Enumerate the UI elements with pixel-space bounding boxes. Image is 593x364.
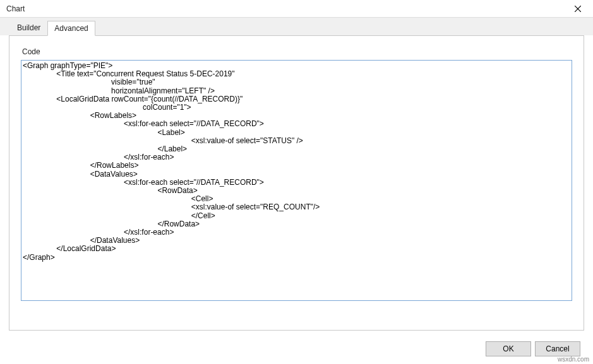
button-row: OK Cancel <box>486 341 580 356</box>
advanced-panel: Code <box>9 35 584 331</box>
code-textarea[interactable] <box>21 60 572 301</box>
title-bar: Chart <box>0 0 593 18</box>
window-title: Chart <box>6 4 25 13</box>
cancel-button[interactable]: Cancel <box>535 341 580 356</box>
ok-button[interactable]: OK <box>486 341 531 356</box>
close-icon <box>575 6 581 12</box>
code-label: Code <box>22 47 572 56</box>
tab-advanced[interactable]: Advanced <box>47 21 95 36</box>
tabs-row: Builder Advanced <box>0 18 593 35</box>
tabs: Builder Advanced <box>10 20 585 35</box>
watermark: wsxdn.com <box>558 356 589 363</box>
tab-builder[interactable]: Builder <box>10 20 47 35</box>
close-button[interactable] <box>568 1 588 16</box>
